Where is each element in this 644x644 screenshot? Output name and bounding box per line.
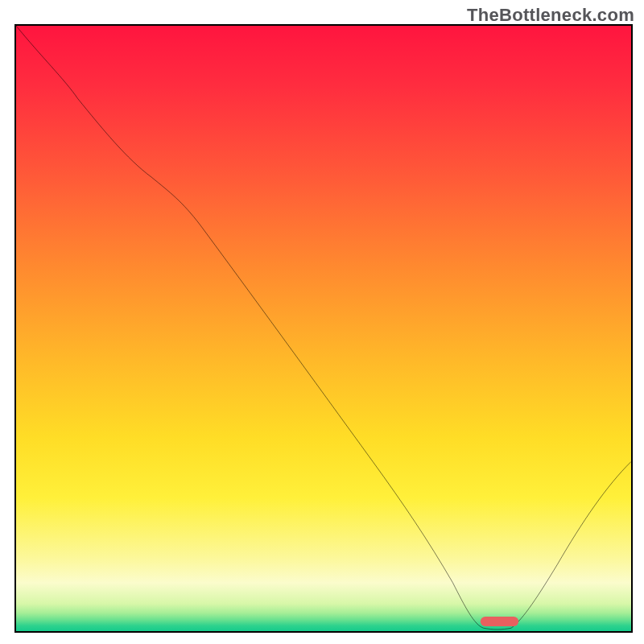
curve-svg — [16, 26, 631, 631]
chart-container: TheBottleneck.com — [0, 0, 644, 644]
watermark-text: TheBottleneck.com — [467, 5, 634, 26]
bottleneck-curve — [16, 26, 631, 630]
valley-marker — [481, 617, 518, 626]
plot-area — [14, 24, 633, 633]
